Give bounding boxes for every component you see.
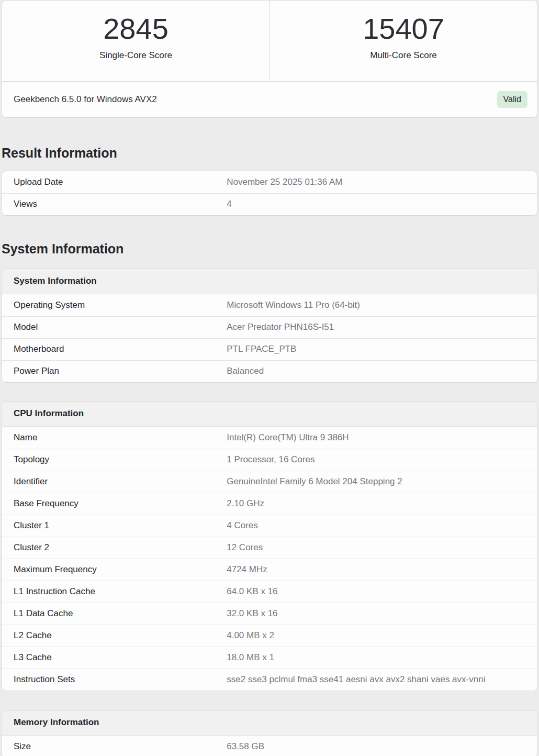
row-label: Cluster 2 [2,542,227,553]
table-row: Size63.58 GB [2,736,537,756]
row-value: Intel(R) Core(TM) Ultra 9 386H [227,432,537,443]
valid-status-badge: Valid [497,91,527,108]
row-label: Views [2,199,227,209]
row-value: 2.10 GHz [227,498,537,509]
row-value: 4.00 MB x 2 [227,630,537,641]
table-row: Instruction Setssse2 sse3 pclmul fma3 ss… [2,669,537,691]
row-label: L3 Cache [2,652,227,663]
row-value: GenuineIntel Family 6 Model 204 Stepping… [227,476,537,487]
multi-core-score-label: Multi-Core Score [270,50,537,61]
cpu-information-table: CPU Information NameIntel(R) Core(TM) Ul… [2,401,537,691]
table-row: ModelAcer Predator PHN16S-I51 [2,316,537,338]
row-label: Cluster 1 [2,520,227,531]
table-row: L2 Cache4.00 MB x 2 [2,625,537,647]
system-information-table-header: System Information [2,269,537,294]
row-value: 64.0 KB x 16 [227,586,537,597]
page-container: 2845 Single-Core Score 15407 Multi-Core … [0,0,539,756]
cpu-information-table-header: CPU Information [2,402,537,427]
benchmark-meta-row: Geekbench 6.5.0 for Windows AVX2 Valid [2,81,537,117]
single-core-score-box: 2845 Single-Core Score [2,1,270,81]
row-label: Model [2,322,227,332]
table-row: Power PlanBalanced [2,360,537,382]
result-information-table: Upload DateNovember 25 2025 01:36 AMView… [2,171,537,216]
multi-core-score-box: 15407 Multi-Core Score [270,1,537,81]
single-core-score-label: Single-Core Score [2,50,270,61]
cpu-information-table-body: NameIntel(R) Core(TM) Ultra 9 386HTopolo… [2,427,537,691]
row-value: 32.0 KB x 16 [227,608,537,619]
row-label: L2 Cache [2,630,227,641]
row-value: Acer Predator PHN16S-I51 [227,322,537,332]
row-value: 4724 MHz [227,564,537,575]
row-label: L1 Instruction Cache [2,586,227,597]
row-label: Instruction Sets [2,674,227,685]
table-row: L3 Cache18.0 MB x 1 [2,647,537,669]
table-row: Upload DateNovember 25 2025 01:36 AM [2,171,537,193]
system-information-table: System Information Operating SystemMicro… [2,269,537,383]
table-row: IdentifierGenuineIntel Family 6 Model 20… [2,471,537,493]
multi-core-score-value: 15407 [270,13,537,45]
table-row: MotherboardPTL FPACE_PTB [2,338,537,360]
row-value: Balanced [227,366,537,376]
table-row: Topology1 Processor, 16 Cores [2,449,537,471]
single-core-score-value: 2845 [2,13,270,45]
row-value: sse2 sse3 pclmul fma3 sse41 aesni avx av… [227,674,537,685]
row-label: Name [2,432,227,443]
row-label: Power Plan [2,366,227,376]
row-label: Operating System [2,300,227,310]
system-information-table-body: Operating SystemMicrosoft Windows 11 Pro… [2,294,537,382]
row-label: Identifier [2,476,227,487]
table-row: Operating SystemMicrosoft Windows 11 Pro… [2,294,537,316]
row-value: PTL FPACE_PTB [227,344,537,354]
table-row: Views4 [2,193,537,215]
row-value: 4 Cores [227,520,537,531]
table-row: NameIntel(R) Core(TM) Ultra 9 386H [2,427,537,449]
score-summary-card: 2845 Single-Core Score 15407 Multi-Core … [2,0,537,118]
row-label: Maximum Frequency [2,564,227,575]
memory-information-table-body: Size63.58 GB [2,736,537,756]
memory-information-table-header: Memory Information [2,710,537,736]
row-value: 63.58 GB [227,741,537,752]
table-row: Cluster 212 Cores [2,537,537,559]
score-columns: 2845 Single-Core Score 15407 Multi-Core … [2,1,537,81]
table-row: L1 Instruction Cache64.0 KB x 16 [2,581,537,603]
row-value: 18.0 MB x 1 [227,652,537,663]
memory-information-table: Memory Information Size63.58 GB [2,710,537,756]
row-label: Base Frequency [2,498,227,509]
row-value: 12 Cores [227,542,537,553]
benchmark-version-label: Geekbench 6.5.0 for Windows AVX2 [14,94,157,105]
result-information-heading: Result Information [2,146,537,161]
table-row: Cluster 14 Cores [2,515,537,537]
row-value: 1 Processor, 16 Cores [227,454,537,465]
table-row: Base Frequency2.10 GHz [2,493,537,515]
row-value: Microsoft Windows 11 Pro (64-bit) [227,300,537,310]
system-information-heading: System Information [2,241,537,257]
row-value: November 25 2025 01:36 AM [227,177,537,187]
row-label: L1 Data Cache [2,608,227,619]
row-value: 4 [227,199,537,209]
table-row: L1 Data Cache32.0 KB x 16 [2,603,537,625]
row-label: Motherboard [2,344,227,354]
table-row: Maximum Frequency4724 MHz [2,559,537,581]
row-label: Upload Date [2,177,227,187]
row-label: Size [2,741,227,752]
row-label: Topology [2,454,227,465]
